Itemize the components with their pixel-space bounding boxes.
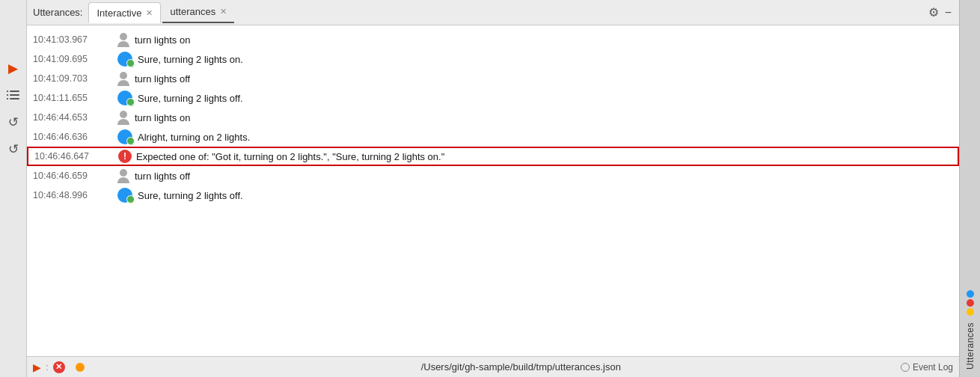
log-time: 10:41:11.655: [33, 93, 115, 103]
log-row: 10:46:48.996 Sure, turning 2 lights off.: [27, 186, 959, 205]
log-content: 10:41:03.967 turn lights on 10:41:09.695…: [27, 25, 959, 356]
status-bar: ▶ : ✕ /Users/git/gh-sample/build/tmp/utt…: [27, 356, 959, 377]
robot-icon: [115, 91, 135, 105]
dot-red: [967, 299, 974, 307]
log-message: turn lights off: [135, 171, 953, 182]
list-sidebar-icon[interactable]: [5, 87, 22, 103]
main-area: Utterances: Interactive ✕ utterances ✕ ⚙…: [27, 0, 959, 377]
robot-icon: [115, 188, 135, 203]
error-icon: !: [117, 150, 133, 163]
log-time: 10:41:09.703: [33, 73, 115, 84]
log-message: Alright, turning on 2 lights.: [138, 132, 953, 143]
settings-icon[interactable]: ⚙: [928, 7, 939, 19]
play-sidebar-icon[interactable]: ▶: [5, 60, 22, 76]
log-time: 10:46:44.653: [33, 112, 115, 123]
tab-utterances-close[interactable]: ✕: [220, 7, 227, 16]
log-message: turn lights off: [135, 73, 953, 85]
log-row: 10:41:09.703 turn lights off: [27, 69, 959, 88]
status-play-icon[interactable]: ▶: [33, 361, 41, 373]
tab-utterances-label: utterances: [170, 6, 215, 17]
person-icon: [115, 72, 132, 85]
robot-icon: [115, 52, 135, 67]
tab-interactive-label: Interactive: [97, 7, 141, 19]
robot-icon: [115, 129, 135, 144]
event-log-label[interactable]: Event Log: [913, 362, 953, 373]
tab-utterances[interactable]: utterances ✕: [162, 2, 234, 23]
log-time: 10:46:46.659: [33, 171, 115, 181]
log-row: 10:41:09.695 Sure, turning 2 lights on.: [27, 49, 959, 69]
status-dot-orange: [76, 363, 85, 372]
minimize-icon[interactable]: −: [945, 7, 952, 19]
tab-bar: Utterances: Interactive ✕ utterances ✕ ⚙…: [27, 0, 959, 25]
log-time: 10:46:46.636: [33, 132, 115, 142]
log-message: Sure, turning 2 lights on.: [138, 54, 953, 65]
tab-interactive-close[interactable]: ✕: [146, 9, 153, 17]
log-time: 10:41:03.967: [33, 34, 115, 45]
tab-bar-label: Utterances:: [33, 7, 82, 18]
person-icon: [115, 33, 132, 46]
right-sidebar-label[interactable]: Utterances: [965, 322, 976, 370]
person-icon: [115, 111, 132, 124]
log-row: 10:46:44.653 turn lights on: [27, 108, 959, 127]
right-sidebar: Utterances: [959, 0, 980, 377]
log-message: Sure, turning 2 lights off.: [138, 190, 953, 201]
svg-rect-3: [7, 91, 8, 92]
log-row: 10:46:46.659 turn lights off: [27, 166, 959, 186]
log-row: 10:41:03.967 turn lights on: [27, 30, 959, 49]
event-log-circle: [901, 363, 910, 372]
tab-bar-actions: ⚙ −: [928, 7, 959, 19]
refresh-sidebar-icon[interactable]: ↺: [5, 141, 22, 157]
svg-rect-2: [10, 98, 19, 99]
tab-interactive[interactable]: Interactive ✕: [88, 2, 161, 23]
svg-rect-5: [7, 98, 8, 99]
event-log-area[interactable]: Event Log: [901, 362, 953, 373]
undo-sidebar-icon[interactable]: ↻: [5, 114, 22, 130]
log-time: 10:46:46.647: [34, 151, 117, 162]
status-separator: :: [46, 361, 49, 373]
log-time: 10:41:09.695: [33, 54, 115, 64]
log-row-error: 10:46:46.647 ! Expected one of: "Got it,…: [27, 147, 959, 166]
dot-yellow: [967, 308, 974, 316]
svg-rect-4: [7, 94, 8, 96]
log-message: Sure, turning 2 lights off.: [138, 93, 953, 104]
svg-rect-0: [10, 91, 19, 92]
log-message-error: Expected one of: "Got it, turning on 2 l…: [136, 151, 952, 162]
svg-rect-1: [10, 94, 19, 96]
log-row: 10:46:46.636 Alright, turning on 2 light…: [27, 127, 959, 147]
dot-blue: [967, 290, 974, 298]
person-icon: [115, 169, 132, 183]
log-message: turn lights on: [135, 34, 953, 46]
log-message: turn lights on: [135, 112, 953, 123]
left-sidebar: ▶ ↻ ↺: [0, 0, 27, 377]
status-path: /Users/git/gh-sample/build/tmp/utterance…: [89, 361, 953, 373]
status-error-icon: ✕: [53, 361, 65, 373]
log-row: 10:41:11.655 Sure, turning 2 lights off.: [27, 88, 959, 108]
log-time: 10:46:48.996: [33, 190, 115, 200]
right-sidebar-dot-icons: [966, 289, 975, 316]
